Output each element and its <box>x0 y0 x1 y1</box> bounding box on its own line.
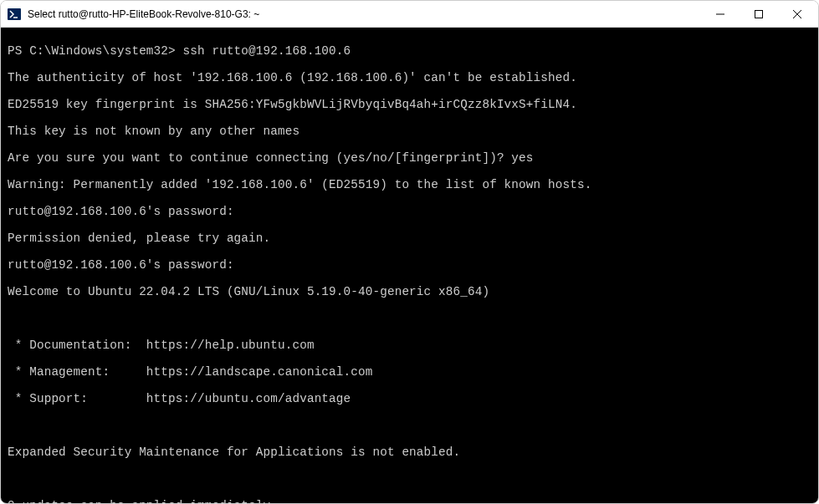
terminal-line <box>8 312 811 325</box>
terminal-line: The authenticity of host '192.168.100.6 … <box>8 71 811 84</box>
terminal-line: Permission denied, please try again. <box>8 232 811 245</box>
terminal-line: * Management: https://landscape.canonica… <box>8 365 811 379</box>
titlebar: Select rutto@rutto-HP-EliteBook-Revolve-… <box>1 1 818 28</box>
terminal-line <box>8 419 811 432</box>
terminal-line: rutto@192.168.100.6's password: <box>8 205 811 218</box>
terminal-line: Welcome to Ubuntu 22.04.2 LTS (GNU/Linux… <box>8 285 811 298</box>
terminal-line <box>8 472 811 486</box>
maximize-button[interactable] <box>740 1 778 28</box>
svg-rect-3 <box>755 10 763 18</box>
window-controls <box>701 1 816 28</box>
terminal-line: Are you sure you want to continue connec… <box>8 151 811 165</box>
terminal[interactable]: PS C:\Windows\system32> ssh rutto@192.16… <box>1 28 818 503</box>
window-title: Select rutto@rutto-HP-EliteBook-Revolve-… <box>28 8 701 20</box>
terminal-line: Expanded Security Maintenance for Applic… <box>8 445 811 459</box>
terminal-line: Warning: Permanently added '192.168.100.… <box>8 178 811 191</box>
close-button[interactable] <box>778 1 816 28</box>
powershell-icon <box>8 8 21 21</box>
terminal-line: ED25519 key fingerprint is SHA256:YFw5gk… <box>8 98 811 111</box>
terminal-line: This key is not known by any other names <box>8 125 811 138</box>
terminal-line: 0 updates can be applied immediately. <box>8 499 811 503</box>
minimize-button[interactable] <box>701 1 740 28</box>
terminal-line: rutto@192.168.100.6's password: <box>8 258 811 272</box>
terminal-line: PS C:\Windows\system32> ssh rutto@192.16… <box>8 44 811 58</box>
terminal-line: * Documentation: https://help.ubuntu.com <box>8 339 811 352</box>
terminal-line: * Support: https://ubuntu.com/advantage <box>8 392 811 405</box>
